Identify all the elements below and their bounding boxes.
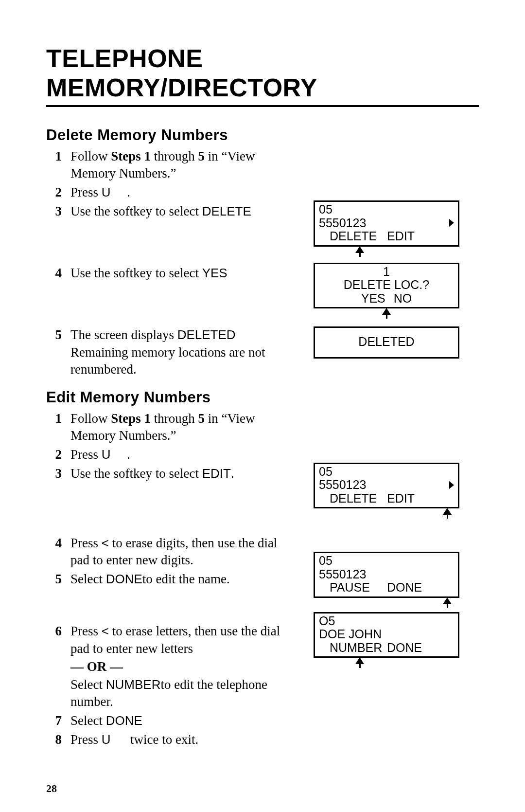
edit-step-8: 8 Press U twice to exit. bbox=[46, 731, 289, 748]
or-separator: — OR — bbox=[70, 658, 289, 675]
arrow-right-icon bbox=[449, 219, 454, 227]
step-text: Press U twice to exit. bbox=[70, 731, 289, 748]
lcd-line: 5550123 bbox=[319, 217, 366, 230]
arrow-up-icon bbox=[442, 597, 452, 608]
edit-step-5: 5 Select DONEto edit the name. bbox=[46, 571, 289, 588]
step-text: Select DONEto edit the name. bbox=[70, 571, 289, 588]
edit-step-1: 1 Follow Steps 1 through 5 in “View Memo… bbox=[46, 410, 289, 444]
arrow-up-icon bbox=[355, 246, 365, 257]
lcd-softkey-label: NO bbox=[394, 291, 412, 305]
edit-step-7: 7 Select DONE bbox=[46, 712, 289, 729]
delete-step-1: 1 Follow Steps 1 through 5 in “View Memo… bbox=[46, 148, 289, 182]
step-number: 4 bbox=[46, 265, 70, 282]
step-text: Press U . bbox=[70, 446, 289, 463]
delete-step-2: 2 Press U . bbox=[46, 184, 289, 201]
step-text: Use the softkey to select EDIT. bbox=[70, 465, 289, 482]
edit-step-3: 3 Use the softkey to select EDIT. bbox=[46, 465, 289, 482]
lcd-line: 05 bbox=[319, 554, 454, 568]
step-number: 1 bbox=[46, 410, 70, 444]
delete-heading: Delete Memory Numbers bbox=[46, 126, 479, 144]
lcd-softkey-label: DONE bbox=[387, 641, 422, 655]
lcd-line: 1 bbox=[319, 265, 454, 279]
delete-step-5: 5 The screen displays DELETED Remaining … bbox=[46, 326, 289, 378]
lcd-line: DELETED bbox=[358, 335, 414, 349]
lcd-line: 05 bbox=[319, 465, 454, 479]
lcd-softkey-label: DONE bbox=[387, 581, 422, 595]
lcd-softkey-label: DELETE bbox=[319, 492, 387, 505]
lcd-screen-deleted: DELETED bbox=[314, 326, 459, 359]
step-number: 2 bbox=[46, 184, 70, 201]
page-title: TELEPHONE MEMORY/DIRECTORY bbox=[46, 44, 479, 107]
lcd-softkey-label: PAUSE bbox=[319, 581, 387, 595]
lcd-line: 05 bbox=[319, 203, 454, 217]
step-text: Press < to erase digits, then use the di… bbox=[70, 535, 289, 569]
lcd-softkey-label: EDIT bbox=[387, 230, 415, 243]
lcd-screen-delete-confirm: 1 DELETE LOC.? YES NO bbox=[314, 263, 459, 309]
lcd-softkey-label: YES bbox=[361, 291, 385, 305]
step-text: Follow Steps 1 through 5 in “View Memory… bbox=[70, 148, 289, 182]
lcd-screen-edit-2: 05 5550123 PAUSE DONE bbox=[314, 552, 459, 598]
lcd-softkey-label: DELETE bbox=[319, 230, 387, 243]
arrow-up-icon bbox=[382, 308, 391, 319]
step-number: 1 bbox=[46, 148, 70, 182]
edit-steps: 1 Follow Steps 1 through 5 in “View Memo… bbox=[46, 410, 289, 750]
arrow-up-icon bbox=[355, 657, 365, 668]
step-text: The screen displays DELETED Remaining me… bbox=[70, 326, 289, 378]
step-text: Use the softkey to select YES bbox=[70, 265, 289, 282]
lcd-line: 5550123 bbox=[319, 568, 366, 581]
step-text: Use the softkey to select DELETE bbox=[70, 203, 289, 220]
step-number: 8 bbox=[46, 731, 70, 748]
step-text: Press U . bbox=[70, 184, 289, 201]
lcd-screen-edit-1: 05 5550123 DELETE EDIT bbox=[314, 463, 459, 509]
lcd-line: DELETE LOC.? bbox=[319, 278, 454, 292]
lcd-screen-edit-3: O5 DOE JOHN NUMBER DONE bbox=[314, 612, 459, 658]
step-number: 5 bbox=[46, 571, 70, 588]
lcd-line: 5550123 bbox=[319, 478, 366, 492]
edit-heading: Edit Memory Numbers bbox=[46, 389, 479, 406]
delete-steps: 1 Follow Steps 1 through 5 in “View Memo… bbox=[46, 148, 289, 380]
step-text: Select DONE bbox=[70, 712, 289, 729]
lcd-line: O5 bbox=[319, 614, 454, 628]
page-number: 28 bbox=[46, 782, 57, 795]
lcd-softkey-label: EDIT bbox=[387, 492, 415, 505]
step-number: 3 bbox=[46, 465, 70, 482]
step-text: Follow Steps 1 through 5 in “View Memory… bbox=[70, 410, 289, 444]
arrow-right-icon bbox=[449, 481, 454, 489]
arrow-up-icon bbox=[442, 508, 452, 519]
step-number: 7 bbox=[46, 712, 70, 729]
edit-step-2: 2 Press U . bbox=[46, 446, 289, 463]
edit-step-4: 4 Press < to erase digits, then use the … bbox=[46, 535, 289, 569]
delete-step-4: 4 Use the softkey to select YES bbox=[46, 265, 289, 282]
lcd-screen-delete-1: 05 5550123 DELETE EDIT bbox=[314, 200, 459, 247]
lcd-line: DOE JOHN bbox=[319, 628, 382, 641]
step-number: 3 bbox=[46, 203, 70, 220]
lcd-softkey-label: NUMBER bbox=[319, 641, 387, 655]
step-number: 6 bbox=[46, 623, 70, 710]
step-text: Press < to erase letters, then use the d… bbox=[70, 623, 289, 710]
edit-step-6: 6 Press < to erase letters, then use the… bbox=[46, 623, 289, 710]
step-number: 5 bbox=[46, 326, 70, 378]
step-number: 2 bbox=[46, 446, 70, 463]
delete-step-3: 3 Use the softkey to select DELETE bbox=[46, 203, 289, 220]
step-number: 4 bbox=[46, 535, 70, 569]
